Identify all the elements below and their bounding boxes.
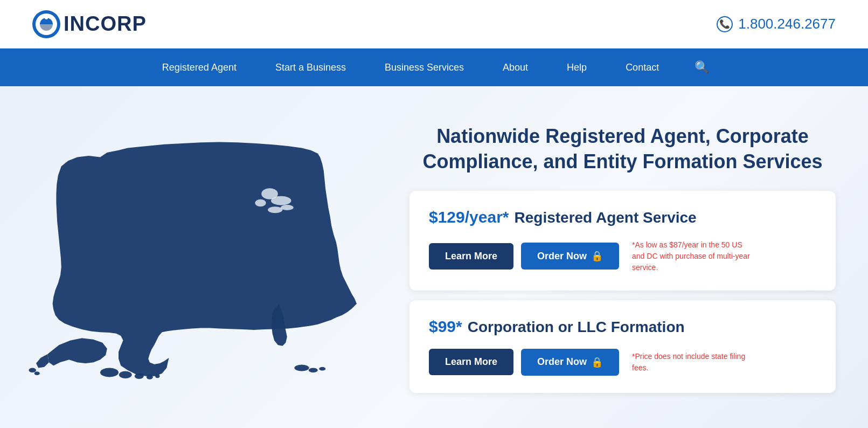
nav-about[interactable]: About	[483, 49, 547, 86]
nav-business-services[interactable]: Business Services	[365, 49, 483, 86]
svg-point-14	[155, 374, 160, 378]
header: INCORP 📞 1.800.246.2677	[0, 0, 868, 49]
phone-icon: 📞	[717, 16, 733, 32]
svg-point-8	[29, 368, 36, 373]
nav-start-business[interactable]: Start a Business	[256, 49, 365, 86]
phone-number[interactable]: 📞 1.800.246.2677	[717, 16, 836, 32]
main-content: Nationwide Registered Agent, Corporate C…	[0, 86, 868, 428]
svg-point-15	[294, 365, 309, 371]
svg-point-11	[119, 371, 132, 378]
service-1-title: $129/year* Registered Agent Service	[429, 208, 816, 226]
svg-point-10	[100, 368, 119, 377]
usa-map	[27, 108, 393, 399]
right-content: Nationwide Registered Agent, Corporate C…	[399, 108, 836, 403]
order-now-button-1[interactable]: Order Now 🔒	[521, 243, 619, 270]
svg-point-5	[255, 199, 266, 207]
llc-formation-card: $99* Corporation or LLC Formation Learn …	[409, 300, 836, 393]
phone-text: 1.800.246.2677	[738, 16, 836, 32]
svg-point-6	[268, 206, 282, 213]
service-2-note: *Price does not include state filing fee…	[632, 351, 751, 374]
svg-point-9	[34, 371, 40, 375]
service-2-price: $99*	[429, 317, 462, 336]
search-icon: 🔍	[695, 60, 709, 74]
svg-point-7	[281, 205, 294, 210]
learn-more-button-2[interactable]: Learn More	[429, 349, 513, 375]
service-1-actions: Learn More Order Now 🔒 *As low as $87/ye…	[429, 239, 816, 273]
map-section	[22, 108, 399, 399]
service-2-name: Corporation or LLC Formation	[468, 319, 685, 336]
nav-search[interactable]: 🔍	[678, 60, 725, 74]
svg-point-2	[45, 16, 48, 19]
lock-icon-2: 🔒	[591, 356, 603, 368]
lock-icon-1: 🔒	[591, 250, 603, 262]
service-1-price: $129/year*	[429, 208, 509, 226]
logo-icon	[32, 10, 60, 38]
learn-more-button-1[interactable]: Learn More	[429, 243, 513, 270]
svg-point-17	[319, 367, 325, 371]
registered-agent-card: $129/year* Registered Agent Service Lear…	[409, 191, 836, 291]
main-nav: Registered Agent Start a Business Busine…	[0, 49, 868, 86]
logo[interactable]: INCORP	[32, 10, 147, 38]
svg-point-13	[147, 375, 153, 379]
service-1-note: *As low as $87/year in the 50 US and DC …	[632, 239, 751, 273]
logo-text: INCORP	[64, 12, 147, 36]
nav-registered-agent[interactable]: Registered Agent	[143, 49, 256, 86]
svg-point-16	[309, 368, 318, 373]
service-2-actions: Learn More Order Now 🔒 *Price does not i…	[429, 349, 816, 376]
order-now-button-2[interactable]: Order Now 🔒	[521, 349, 619, 376]
svg-point-4	[271, 196, 291, 205]
svg-point-12	[135, 374, 144, 379]
nav-help[interactable]: Help	[547, 49, 606, 86]
service-2-title: $99* Corporation or LLC Formation	[429, 317, 816, 336]
headline: Nationwide Registered Agent, Corporate C…	[409, 124, 836, 175]
nav-contact[interactable]: Contact	[606, 49, 678, 86]
service-1-name: Registered Agent Service	[514, 209, 696, 226]
